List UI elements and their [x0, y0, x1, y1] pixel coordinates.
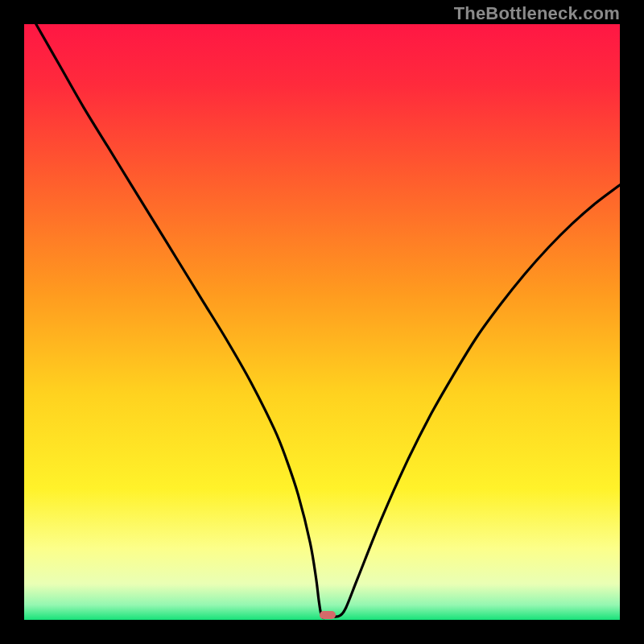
chart-frame: TheBottleneck.com: [0, 0, 644, 644]
bottleneck-curve: [24, 24, 620, 620]
optimal-point-marker: [320, 611, 336, 619]
watermark-text: TheBottleneck.com: [454, 3, 620, 24]
plot-area: [24, 24, 620, 620]
